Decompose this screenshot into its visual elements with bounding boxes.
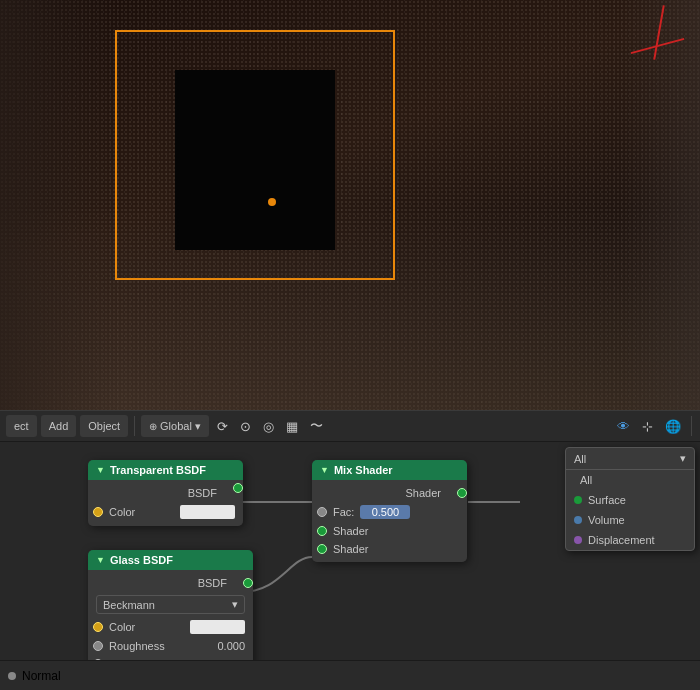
displacement-dot (574, 536, 582, 544)
fac-row[interactable]: Fac: 0.500 (312, 502, 467, 522)
roughness-socket[interactable] (93, 641, 103, 651)
glass-color-socket[interactable] (93, 622, 103, 632)
viewport[interactable] (0, 0, 700, 410)
transparent-bsdf-node[interactable]: ▼ Transparent BSDF BSDF Color (88, 460, 243, 526)
surface-dot (574, 496, 582, 504)
shader-type-dropdown[interactable]: All ▾ All Surface Volume Displacement (565, 447, 695, 551)
camera-icon-btn[interactable]: 👁 (613, 415, 634, 437)
fac-socket[interactable] (317, 507, 327, 517)
glass-bsdf-header: ▼ Glass BSDF (88, 550, 253, 570)
separator-1 (134, 416, 135, 436)
color-input-row: Color (88, 502, 243, 522)
dropdown-item-surface[interactable]: Surface (566, 490, 694, 510)
shader1-socket[interactable] (317, 526, 327, 536)
dropdown-header: All ▾ (566, 448, 694, 470)
dropdown-item-all[interactable]: All (566, 470, 694, 490)
dropdown-item-volume[interactable]: Volume (566, 510, 694, 530)
distribution-dropdown[interactable]: Beckmann ▾ (96, 595, 245, 614)
mix-shader-node[interactable]: ▼ Mix Shader Shader Fac: 0.500 Shader (312, 460, 467, 562)
shader2-row: Shader (312, 540, 467, 558)
mix-shader-output-socket[interactable] (457, 488, 467, 498)
shader1-row: Shader (312, 522, 467, 540)
transform-button[interactable]: ⊕ Global ▾ (141, 415, 209, 437)
proportional-icon-btn[interactable]: ◎ (259, 415, 278, 437)
roughness-row: Roughness 0.000 (88, 637, 253, 655)
edit-button[interactable]: ect (6, 415, 37, 437)
glass-color-swatch[interactable] (190, 620, 245, 634)
render-icon-btn[interactable]: ⊹ (638, 415, 657, 437)
color-input-socket[interactable] (93, 507, 103, 517)
viewport-toolbar: ect Add Object ⊕ Global ▾ ⟳ ⊙ ◎ ▦ 〜 👁 ⊹ … (0, 410, 700, 442)
mix-shader-body: Shader Fac: 0.500 Shader Shader (312, 480, 467, 562)
overlay-icon-btn[interactable]: 🌐 (661, 415, 685, 437)
bsdf-output-socket[interactable] (233, 483, 243, 493)
transparent-bsdf-header: ▼ Transparent BSDF (88, 460, 243, 480)
bottom-bar: Normal (0, 660, 700, 690)
pivot-point (268, 198, 276, 206)
glass-color-row: Color (88, 617, 253, 637)
view-icon-btn[interactable]: ▦ (282, 415, 302, 437)
orbit-icon-btn[interactable]: ⟳ (213, 415, 232, 437)
transparent-bsdf-body: BSDF Color (88, 480, 243, 526)
mix-shader-output-row: Shader (312, 484, 467, 502)
separator-2 (691, 416, 692, 436)
inner-window (175, 70, 335, 250)
add-button[interactable]: Add (41, 415, 77, 437)
shader2-socket[interactable] (317, 544, 327, 554)
distribution-row[interactable]: Beckmann ▾ (88, 592, 253, 617)
mix-shader-header: ▼ Mix Shader (312, 460, 467, 480)
fac-value[interactable]: 0.500 (360, 505, 410, 519)
dropdown-item-displacement[interactable]: Displacement (566, 530, 694, 550)
volume-dot (574, 516, 582, 524)
glass-bsdf-output-row: BSDF (88, 574, 253, 592)
node-editor[interactable]: ▼ Transparent BSDF BSDF Color ▼ Glass BS… (0, 442, 700, 690)
object-button[interactable]: Object (80, 415, 128, 437)
blend-mode-dot (8, 672, 16, 680)
snap-icon-btn[interactable]: ⊙ (236, 415, 255, 437)
bsdf-output-row: BSDF (88, 484, 243, 502)
glass-bsdf-output-socket[interactable] (243, 578, 253, 588)
color-swatch[interactable] (180, 505, 235, 519)
shading-icon-btn[interactable]: 〜 (306, 415, 327, 437)
blend-mode-label: Normal (22, 669, 61, 683)
